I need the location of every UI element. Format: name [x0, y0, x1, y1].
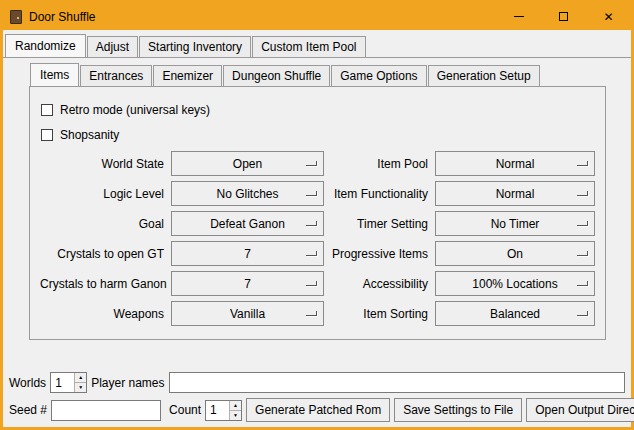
close-icon: ✕: [603, 11, 613, 23]
spin-up-icon[interactable]: ▲: [75, 373, 86, 382]
maximize-icon: [559, 12, 568, 21]
bottom-panel: Worlds 1 ▲ ▼ Player names Seed # Count 1…: [3, 367, 631, 427]
weapons-value: Vanilla: [230, 307, 265, 321]
world-state-dropdown[interactable]: Open: [171, 151, 324, 176]
player-names-label: Player names: [91, 376, 164, 390]
timer-setting-label: Timer Setting: [331, 217, 428, 231]
checkbox-icon: [41, 129, 53, 141]
tab-dungeon-shuffle[interactable]: Dungeon Shuffle: [223, 65, 330, 86]
item-functionality-label: Item Functionality: [331, 187, 428, 201]
logic-level-dropdown[interactable]: No Glitches: [171, 181, 324, 206]
retro-mode-label: Retro mode (universal keys): [60, 103, 210, 117]
minimize-button[interactable]: [496, 3, 541, 30]
goal-label: Goal: [40, 217, 164, 231]
accessibility-label: Accessibility: [331, 277, 428, 291]
spinner-arrows: ▲ ▼: [74, 373, 86, 392]
dropdown-indicator-icon: [306, 311, 317, 316]
crystals-open-gt-label: Crystals to open GT: [40, 247, 164, 261]
item-pool-label: Item Pool: [331, 157, 428, 171]
progressive-items-label: Progressive Items: [331, 247, 428, 261]
crystals-harm-ganon-label: Crystals to harm Ganon: [40, 277, 164, 291]
crystals-open-gt-value: 7: [244, 247, 251, 261]
titlebar[interactable]: Door Shuffle ✕: [3, 3, 631, 30]
tab-enemizer[interactable]: Enemizer: [153, 65, 222, 86]
tab-game-options[interactable]: Game Options: [331, 65, 426, 86]
spin-down-icon[interactable]: ▼: [75, 382, 86, 392]
generate-patched-rom-button[interactable]: Generate Patched Rom: [246, 398, 390, 422]
close-button[interactable]: ✕: [586, 3, 631, 30]
world-state-value: Open: [233, 157, 262, 171]
dropdown-indicator-icon: [577, 311, 588, 316]
dropdown-indicator-icon: [577, 161, 588, 166]
door-shuffle-window: Door Shuffle ✕ Randomize Adjust Starting…: [0, 0, 634, 430]
item-sorting-value: Balanced: [490, 307, 540, 321]
spin-up-icon[interactable]: ▲: [230, 401, 241, 410]
seed-input[interactable]: [51, 400, 161, 421]
randomize-notebook: Items Entrances Enemizer Dungeon Shuffle…: [29, 63, 606, 340]
retro-mode-checkbox[interactable]: Retro mode (universal keys): [41, 101, 595, 118]
timer-setting-value: No Timer: [491, 217, 540, 231]
worlds-spinner[interactable]: 1 ▲ ▼: [50, 372, 87, 393]
worlds-value: 1: [51, 373, 74, 392]
maximize-button[interactable]: [541, 3, 586, 30]
logic-level-value: No Glitches: [216, 187, 278, 201]
dropdown-indicator-icon: [577, 281, 588, 286]
tab-starting-inventory[interactable]: Starting Inventory: [139, 36, 251, 57]
spinner-arrows: ▲ ▼: [229, 401, 241, 420]
progressive-items-dropdown[interactable]: On: [435, 241, 595, 266]
dropdown-indicator-icon: [306, 191, 317, 196]
item-sorting-dropdown[interactable]: Balanced: [435, 301, 595, 326]
items-tab-panel: Retro mode (universal keys) Shopsanity W…: [29, 86, 606, 340]
worlds-row: Worlds 1 ▲ ▼ Player names: [9, 372, 625, 393]
crystals-harm-ganon-dropdown[interactable]: 7: [171, 271, 324, 296]
window-title: Door Shuffle: [29, 10, 96, 24]
dropdown-indicator-icon: [306, 251, 317, 256]
dropdown-indicator-icon: [306, 221, 317, 226]
progressive-items-value: On: [507, 247, 523, 261]
open-output-directory-button[interactable]: Open Output Directory: [526, 398, 634, 422]
dropdown-indicator-icon: [577, 221, 588, 226]
item-functionality-dropdown[interactable]: Normal: [435, 181, 595, 206]
goal-dropdown[interactable]: Defeat Ganon: [171, 211, 324, 236]
item-sorting-label: Item Sorting: [331, 307, 428, 321]
timer-setting-dropdown[interactable]: No Timer: [435, 211, 595, 236]
player-names-input[interactable]: [169, 372, 626, 393]
settings-grid: World State Open Item Pool Normal Logic …: [40, 151, 595, 326]
logic-level-label: Logic Level: [40, 187, 164, 201]
goal-value: Defeat Ganon: [210, 217, 285, 231]
crystals-open-gt-dropdown[interactable]: 7: [171, 241, 324, 266]
count-value: 1: [206, 401, 229, 420]
tab-custom-item-pool[interactable]: Custom Item Pool: [252, 36, 365, 57]
item-pool-dropdown[interactable]: Normal: [435, 151, 595, 176]
window-controls: ✕: [496, 3, 631, 30]
tab-generation-setup[interactable]: Generation Setup: [428, 65, 540, 86]
dropdown-indicator-icon: [306, 161, 317, 166]
item-functionality-value: Normal: [496, 187, 535, 201]
tab-items[interactable]: Items: [30, 63, 79, 86]
sub-tab-bar: Items Entrances Enemizer Dungeon Shuffle…: [29, 63, 606, 86]
weapons-dropdown[interactable]: Vanilla: [171, 301, 324, 326]
tab-adjust[interactable]: Adjust: [87, 36, 138, 57]
accessibility-dropdown[interactable]: 100% Locations: [435, 271, 595, 296]
save-settings-button[interactable]: Save Settings to File: [394, 398, 522, 422]
main-tab-bar: Randomize Adjust Starting Inventory Cust…: [3, 30, 631, 58]
seed-label: Seed #: [9, 403, 47, 417]
shopsanity-checkbox[interactable]: Shopsanity: [41, 126, 595, 143]
checkbox-icon: [41, 104, 53, 116]
spin-down-icon[interactable]: ▼: [230, 410, 241, 420]
dropdown-indicator-icon: [306, 281, 317, 286]
dropdown-indicator-icon: [577, 251, 588, 256]
dropdown-indicator-icon: [577, 191, 588, 196]
count-spinner[interactable]: 1 ▲ ▼: [205, 400, 242, 421]
count-label: Count: [169, 403, 201, 417]
tab-randomize[interactable]: Randomize: [5, 34, 86, 57]
seed-row: Seed # Count 1 ▲ ▼ Generate Patched Rom …: [9, 398, 625, 422]
tab-entrances[interactable]: Entrances: [80, 65, 152, 86]
item-pool-value: Normal: [496, 157, 535, 171]
weapons-label: Weapons: [40, 307, 164, 321]
shopsanity-label: Shopsanity: [60, 128, 119, 142]
crystals-harm-ganon-value: 7: [244, 277, 251, 291]
app-icon: [10, 10, 22, 24]
world-state-label: World State: [40, 157, 164, 171]
worlds-label: Worlds: [9, 376, 46, 390]
